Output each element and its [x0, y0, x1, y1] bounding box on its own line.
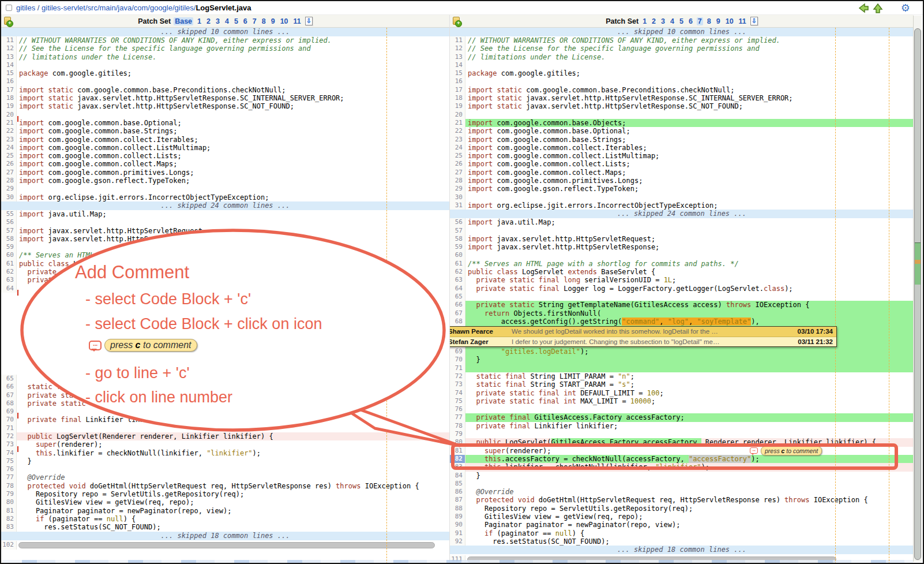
- code-line-text[interactable]: [465, 480, 914, 488]
- line-number[interactable]: 17: [450, 86, 465, 94]
- line-number[interactable]: 83: [450, 463, 465, 471]
- line-number[interactable]: 68: [1, 399, 17, 408]
- line-number[interactable]: 19: [1, 102, 17, 110]
- code-line-text[interactable]: private static final Logger log = Logger…: [465, 285, 914, 293]
- line-number[interactable]: 28: [1, 177, 17, 185]
- breadcrumb-path-link[interactable]: gitiles-servlet/src/main/java/com/google…: [42, 3, 196, 12]
- horizontal-scrollbar-thumb[interactable]: [18, 542, 435, 548]
- breadcrumb-repo-link[interactable]: gitiles: [16, 3, 35, 12]
- line-number[interactable]: 69: [450, 348, 465, 356]
- line-number[interactable]: 71: [450, 364, 465, 372]
- code-line-text[interactable]: import com.google.common.collect.Lists;: [465, 160, 914, 168]
- line-number[interactable]: 79: [1, 490, 17, 498]
- nav-up-to-change-icon[interactable]: [872, 2, 884, 14]
- line-number[interactable]: 73: [1, 440, 17, 449]
- patch-set-link-4[interactable]: 4: [224, 17, 230, 25]
- line-number[interactable]: 72: [1, 432, 17, 440]
- line-number[interactable]: 56: [450, 218, 465, 226]
- code-line-text[interactable]: [17, 185, 449, 193]
- patch-set-link-10[interactable]: 10: [279, 17, 290, 25]
- line-number[interactable]: 71: [1, 424, 17, 432]
- line-number[interactable]: 76: [1, 465, 17, 473]
- code-line-text[interactable]: Repository repo = ServletUtils.getReposi…: [465, 505, 914, 513]
- code-line-text[interactable]: private final Linkifier linkifier;: [465, 422, 914, 430]
- code-line-text[interactable]: // WITHOUT WARRANTIES OR CONDITIONS OF A…: [465, 36, 914, 44]
- line-number[interactable]: 55: [1, 210, 17, 218]
- patch-set-link-8[interactable]: 8: [706, 17, 712, 25]
- line-number[interactable]: 78: [1, 482, 17, 490]
- line-number[interactable]: 25: [450, 152, 465, 160]
- line-number[interactable]: 20: [450, 111, 465, 119]
- line-number[interactable]: 65: [1, 375, 17, 383]
- code-line-text[interactable]: [465, 251, 914, 259]
- code-line-text[interactable]: return Objects.firstNonNull(: [465, 309, 914, 318]
- code-line-text[interactable]: static final String LIMIT_PARAM = "n";: [465, 372, 914, 380]
- line-number[interactable]: 77: [450, 413, 465, 421]
- code-line-text[interactable]: [465, 430, 914, 438]
- line-number[interactable]: 63: [450, 276, 465, 284]
- code-line-text[interactable]: [465, 193, 914, 201]
- line-number[interactable]: 74: [1, 449, 17, 457]
- file-add-icon[interactable]: [4, 17, 11, 25]
- code-line-text[interactable]: import com.google.common.base.Strings;: [17, 127, 449, 135]
- patch-set-link-6[interactable]: 6: [242, 17, 249, 25]
- line-number[interactable]: 65: [450, 293, 465, 301]
- code-line-text[interactable]: static final String LIMIT_PARAM = "n";: [17, 383, 449, 391]
- line-number[interactable]: 66: [450, 301, 465, 309]
- code-line-text[interactable]: import javax.servlet.http.HttpServletReq…: [465, 235, 914, 243]
- line-number[interactable]: 21: [1, 119, 17, 127]
- line-number[interactable]: 64: [450, 285, 465, 293]
- line-number[interactable]: 11: [450, 36, 465, 44]
- code-line-text[interactable]: if (paginator == null) {: [17, 515, 449, 523]
- code-line-text[interactable]: }: [17, 457, 449, 465]
- line-number[interactable]: 26: [1, 160, 17, 168]
- line-number[interactable]: 23: [450, 136, 465, 144]
- line-number[interactable]: 58: [450, 235, 465, 243]
- line-number[interactable]: 66: [1, 383, 17, 391]
- code-line-text[interactable]: private static final int DEFAULT_LIMIT =…: [17, 391, 449, 399]
- code-line-text[interactable]: protected void doGetHtml(HttpServletRequ…: [17, 482, 449, 490]
- patch-set-link-4[interactable]: 4: [669, 17, 675, 25]
- code-line-text[interactable]: // See the License for the specific lang…: [465, 44, 914, 53]
- line-number[interactable]: 85: [450, 480, 465, 488]
- patch-set-link-2[interactable]: 2: [651, 17, 657, 25]
- line-number[interactable]: 81: [450, 447, 465, 455]
- line-number[interactable]: 67: [1, 391, 17, 399]
- line-number[interactable]: 22: [1, 127, 17, 135]
- code-line-text[interactable]: import com.google.common.collect.Iterabl…: [17, 136, 449, 144]
- code-line-text[interactable]: import org.eclipse.jgit.errors.Incorrect…: [465, 201, 914, 210]
- code-line-text[interactable]: /** Serves an HTML page with a shortlog …: [465, 260, 914, 268]
- line-number[interactable]: 61: [450, 260, 465, 268]
- code-line-text[interactable]: import static javax.servlet.http.HttpSer…: [17, 102, 449, 110]
- line-number[interactable]: 68: [450, 318, 465, 326]
- code-line-text[interactable]: GitilesView view = getView(req, repo);: [17, 498, 449, 506]
- line-number[interactable]: 27: [1, 169, 17, 177]
- line-number[interactable]: 29: [1, 185, 17, 193]
- file-checkbox[interactable]: [6, 5, 12, 11]
- line-number[interactable]: 30: [1, 193, 17, 201]
- line-number[interactable]: 15: [1, 69, 17, 77]
- code-line-text[interactable]: import com.google.gson.reflect.TypeToken…: [17, 177, 449, 185]
- code-line-text[interactable]: private static final long serialVersionU…: [17, 268, 449, 276]
- code-line-text[interactable]: access.getConfig().getString("command", …: [465, 318, 914, 326]
- line-number[interactable]: 19: [450, 102, 465, 110]
- code-line-text[interactable]: import com.google.common.collect.Maps;: [465, 169, 914, 177]
- line-number[interactable]: 87: [450, 496, 465, 504]
- code-line-text[interactable]: public class LogServlet extends BaseServ…: [17, 260, 449, 268]
- line-number[interactable]: 80: [1, 498, 17, 506]
- line-number[interactable]: 59: [1, 243, 17, 251]
- code-line-text[interactable]: import com.google.common.collect.ListMul…: [465, 152, 914, 160]
- line-number[interactable]: 102: [1, 541, 17, 549]
- patch-set-link-5[interactable]: 5: [233, 17, 239, 25]
- code-line-text[interactable]: import javax.servlet.http.HttpServletRes…: [17, 235, 449, 243]
- line-number[interactable]: 64: [1, 285, 17, 293]
- code-line-text[interactable]: public LogServlet(Renderer renderer, Lin…: [17, 432, 449, 440]
- line-number[interactable]: 70: [450, 356, 465, 364]
- code-line-text[interactable]: import com.google.common.base.Strings;: [465, 136, 914, 144]
- line-number[interactable]: 12: [450, 44, 465, 53]
- comment-row[interactable]: Shawn PearceWe should get logDetail work…: [450, 327, 836, 337]
- code-line-text[interactable]: [17, 424, 449, 432]
- line-number[interactable]: 60: [1, 251, 17, 259]
- vertical-scrollbar[interactable]: [913, 16, 922, 562]
- code-line-text[interactable]: import static javax.servlet.http.HttpSer…: [17, 94, 449, 102]
